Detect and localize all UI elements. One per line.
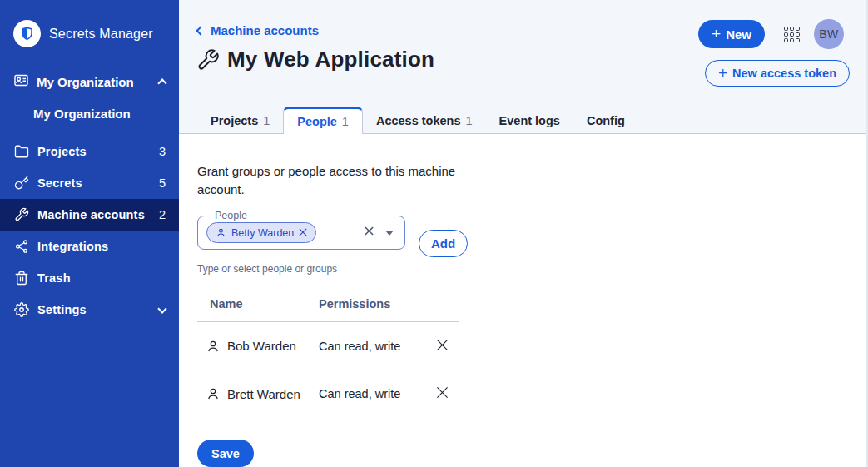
sidebar-divider (0, 132, 179, 132)
table-row: Bob Warden Can read, write (197, 322, 459, 370)
sidebar-item-integrations[interactable]: Integrations (0, 231, 179, 262)
sidebar-org-label: My Organization (37, 75, 134, 89)
token-button-row: + New access token (705, 60, 850, 87)
remove-row-icon[interactable] (434, 385, 450, 403)
tab-label: People (297, 115, 337, 128)
person-chip[interactable]: Betty Warden (206, 222, 316, 243)
person-name: Bob Warden (227, 339, 296, 353)
person-name: Brett Warden (227, 387, 300, 401)
sidebar-item-label: Settings (37, 303, 87, 316)
new-access-token-button[interactable]: + New access token (705, 60, 850, 87)
plus-icon: + (712, 26, 721, 42)
organization-icon (13, 72, 29, 92)
app-title: Secrets Manager (49, 27, 153, 42)
tab-config[interactable]: Config (573, 107, 638, 134)
people-table: Name Permissions Bob Warden Can read, wr… (197, 297, 459, 417)
chevron-up-icon (157, 78, 166, 87)
wrench-icon (196, 48, 220, 72)
person-icon (216, 227, 226, 238)
tab-label: Event logs (499, 114, 560, 127)
save-button[interactable]: Save (197, 440, 254, 467)
integrations-icon (13, 239, 29, 255)
sidebar-item-projects[interactable]: Projects 3 (0, 136, 179, 167)
app-logo: Secrets Manager (0, 0, 179, 47)
sidebar-item-count: 5 (159, 176, 166, 190)
header-actions: + New BW (698, 19, 844, 49)
tab-event-logs[interactable]: Event logs (486, 107, 573, 134)
sidebar-item-label: Integrations (37, 240, 108, 253)
tab-people[interactable]: People 1 (283, 107, 363, 134)
plus-icon: + (718, 65, 727, 81)
sidebar-org-sub-label: My Organization (33, 107, 131, 121)
bitwarden-shield-icon (13, 20, 41, 47)
chevron-down-icon (157, 304, 166, 313)
sidebar-item-secrets[interactable]: Secrets 5 (0, 167, 179, 199)
remove-row-icon[interactable] (434, 337, 450, 355)
wrench-icon (13, 207, 29, 223)
permissions-cell: Can read, write (319, 387, 425, 400)
people-field-row: People Betty Warden Add (197, 210, 868, 257)
new-button[interactable]: + New (698, 20, 765, 48)
tab-label: Access tokens (376, 114, 461, 127)
person-name-cell: Brett Warden (197, 386, 319, 401)
sidebar-item-label: Secrets (37, 176, 82, 190)
tab-count: 1 (263, 114, 270, 127)
page-title: My Web Application (227, 47, 434, 72)
column-header-permissions: Permissions (319, 297, 425, 311)
person-icon (206, 386, 221, 401)
apps-grid-icon[interactable] (784, 27, 800, 42)
people-tab-content: Grant groups or people access to this ma… (179, 134, 868, 467)
tab-bar: Projects 1 People 1 Access tokens 1 Even… (197, 107, 638, 134)
sidebar-item-count: 2 (159, 208, 166, 221)
sidebar-item-org-sub[interactable]: My Organization (0, 104, 179, 122)
page-header: Machine accounts My Web Application + Ne… (179, 0, 868, 134)
tab-label: Config (587, 114, 625, 127)
breadcrumb-label: Machine accounts (211, 23, 319, 37)
table-body: Bob Warden Can read, write Brett Warden … (197, 322, 459, 417)
grant-description: Grant groups or people access to this ma… (197, 162, 474, 199)
sidebar-item-label: Machine accounts (37, 208, 145, 221)
add-button[interactable]: Add (419, 230, 468, 257)
tab-count: 1 (466, 114, 473, 127)
page-title-row: My Web Application (196, 47, 434, 72)
sidebar-item-machine-accounts[interactable]: Machine accounts 2 (0, 199, 179, 231)
sidebar-item-count: 3 (159, 145, 166, 158)
tab-projects[interactable]: Projects 1 (197, 107, 283, 134)
chip-remove-icon[interactable] (299, 227, 307, 239)
table-row: Brett Warden Can read, write (197, 370, 459, 417)
tab-access-tokens[interactable]: Access tokens 1 (363, 107, 486, 134)
folder-icon (13, 144, 29, 160)
person-chip-label: Betty Warden (231, 227, 294, 239)
sidebar: Secrets Manager My Organization My Organ… (0, 0, 179, 467)
key-icon (13, 176, 29, 191)
column-header-name: Name (197, 297, 319, 311)
sidebar-item-label: Projects (37, 145, 87, 158)
people-select-field[interactable]: People Betty Warden (197, 210, 405, 250)
table-header-row: Name Permissions (197, 297, 459, 322)
main-area: Machine accounts My Web Application + Ne… (179, 0, 868, 467)
chevron-left-icon (196, 26, 205, 35)
dropdown-caret-icon[interactable] (385, 231, 394, 236)
sidebar-nav: Projects 3 Secrets 5 Machine accounts 2 … (0, 136, 179, 325)
person-icon (206, 339, 221, 354)
people-field-label: People (211, 210, 251, 221)
gear-icon (13, 302, 29, 318)
permissions-cell: Can read, write (319, 340, 425, 353)
sidebar-item-label: Trash (37, 271, 71, 285)
tab-label: Projects (211, 114, 258, 127)
sidebar-item-trash[interactable]: Trash (0, 262, 179, 294)
sidebar-item-settings[interactable]: Settings (0, 294, 179, 325)
people-field-helper: Type or select people or groups (197, 263, 868, 275)
breadcrumb[interactable]: Machine accounts (197, 23, 319, 37)
person-name-cell: Bob Warden (197, 339, 319, 354)
avatar[interactable]: BW (814, 19, 844, 49)
clear-field-icon[interactable] (365, 224, 374, 239)
tab-count: 1 (342, 115, 349, 128)
trash-icon (13, 271, 29, 286)
sidebar-item-my-organization[interactable]: My Organization (0, 72, 179, 92)
